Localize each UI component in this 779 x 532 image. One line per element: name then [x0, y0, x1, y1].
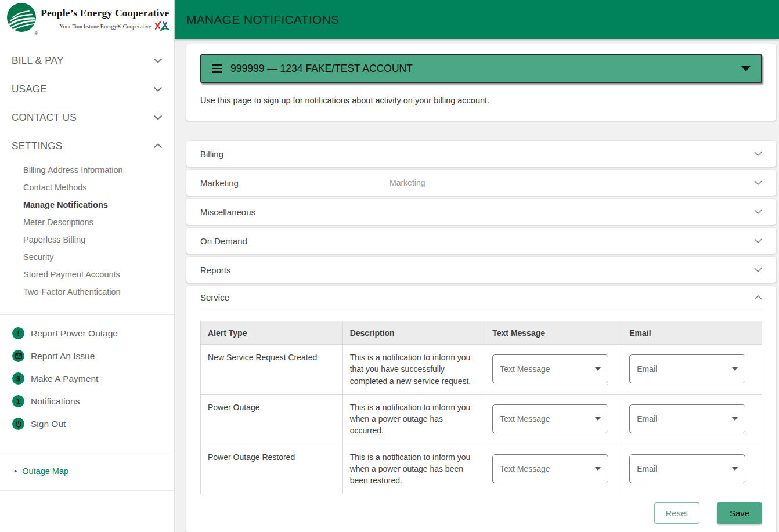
dropdown-arrow-icon — [732, 417, 738, 421]
section-label: Service — [200, 292, 229, 302]
table-row: Power Outage This is a notification to i… — [201, 394, 762, 444]
select-value: Text Message — [500, 463, 550, 475]
dropdown-arrow-icon — [732, 367, 738, 371]
select-value: Email — [637, 463, 657, 475]
chevron-up-icon — [153, 143, 163, 149]
email-select[interactable]: Email — [629, 354, 745, 383]
svg-text:®: ® — [35, 31, 38, 35]
table-row: Power Outage Restored This is a notifica… — [201, 444, 762, 494]
section-service-panel: Service Alert Type Description Text Mess… — [186, 286, 776, 532]
chevron-down-icon — [754, 209, 762, 214]
action-label: Report Power Outage — [31, 328, 118, 339]
chevron-down-icon — [754, 267, 762, 272]
description-cell: This is a notification to inform you whe… — [342, 444, 485, 494]
brand-text: People’s Energy Cooperative Your Touchst… — [41, 7, 169, 33]
action-label: Report An Issue — [31, 351, 95, 361]
notification-sections: Billing Marketing Marketing Miscellaneou… — [186, 141, 776, 283]
text-message-cell: Text Message — [485, 345, 622, 395]
notifications-button[interactable]: 1 Notifications — [0, 390, 174, 412]
reset-button[interactable]: Reset — [654, 502, 699, 524]
sidebar-item-security[interactable]: Security — [0, 248, 174, 266]
section-billing[interactable]: Billing — [186, 141, 776, 167]
sidebar-item-usage[interactable]: USAGE — [0, 75, 174, 103]
page-title: MANAGE NOTIFICATIONS — [186, 13, 339, 27]
account-card: 999999 — 1234 FAKE/TEST ACCOUNT Use this… — [186, 44, 776, 121]
account-selector[interactable]: 999999 — 1234 FAKE/TEST ACCOUNT — [200, 54, 762, 83]
sidebar-item-paperless-billing[interactable]: Paperless Billing — [0, 231, 174, 248]
sidebar-item-label: BILL & PAY — [12, 55, 64, 67]
outage-map-link[interactable]: • Outage Map — [0, 466, 174, 476]
envelope-icon — [12, 350, 24, 362]
text-message-cell: Text Message — [485, 394, 622, 444]
text-message-select[interactable]: Text Message — [492, 454, 608, 483]
chevron-down-icon — [153, 58, 163, 63]
sidebar-item-contact-us[interactable]: CONTACT US — [0, 103, 174, 132]
chevron-down-icon — [754, 180, 762, 185]
dropdown-arrow-icon — [595, 367, 601, 371]
brand-logo[interactable]: ® People’s Energy Cooperative Your Touch… — [0, 0, 174, 39]
sidebar-actions: ! Report Power Outage Report An Issue $ … — [0, 315, 174, 435]
email-cell: Email — [622, 444, 762, 494]
link-label: Outage Map — [22, 466, 68, 476]
section-on-demand[interactable]: On Demand — [186, 228, 776, 254]
email-select[interactable]: Email — [629, 404, 745, 433]
report-power-outage-button[interactable]: ! Report Power Outage — [0, 322, 174, 345]
main-area: MANAGE NOTIFICATIONS 999999 — 1234 FAKE/… — [175, 0, 779, 532]
sign-out-button[interactable]: Sign Out — [0, 412, 174, 435]
section-label: Marketing — [200, 178, 239, 188]
chevron-down-icon — [754, 151, 762, 156]
text-message-select[interactable]: Text Message — [492, 404, 608, 433]
alert-type-cell: New Service Request Created — [201, 345, 343, 395]
sidebar-item-two-factor-authentication[interactable]: Two-Factor Authentication — [0, 283, 174, 301]
account-selector-label: 999999 — 1234 FAKE/TEST ACCOUNT — [230, 63, 413, 75]
sidebar-item-stored-payment-accounts[interactable]: Stored Payment Accounts — [0, 266, 174, 283]
section-miscellaneous[interactable]: Miscellaneous — [186, 199, 776, 225]
dollar-icon: $ — [12, 372, 24, 385]
hamburger-icon — [212, 64, 222, 72]
section-service-header[interactable]: Service — [200, 286, 762, 309]
sidebar-nav: BILL & PAY USAGE CONTACT US SETTINGS Bil… — [0, 39, 174, 301]
table-row: New Service Request Created This is a no… — [201, 345, 762, 395]
sidebar-item-meter-descriptions[interactable]: Meter Descriptions — [0, 213, 174, 231]
chevron-down-icon — [153, 115, 163, 120]
bullet-icon: • — [14, 466, 17, 476]
sidebar-item-settings[interactable]: SETTINGS — [0, 132, 174, 160]
make-a-payment-button[interactable]: $ Make A Payment — [0, 367, 174, 390]
notification-count-badge: 1 — [12, 395, 24, 407]
action-label: Sign Out — [31, 419, 66, 429]
email-cell: Email — [622, 394, 762, 444]
text-message-select[interactable]: Text Message — [492, 354, 608, 383]
email-select[interactable]: Email — [629, 454, 745, 483]
exclamation-icon: ! — [12, 327, 24, 339]
settings-subnav: Billing Address Information Contact Meth… — [0, 160, 174, 301]
select-value: Email — [637, 363, 657, 375]
page-content: 999999 — 1234 FAKE/TEST ACCOUNT Use this… — [175, 39, 779, 532]
select-value: Text Message — [500, 363, 550, 375]
touchstone-green-circle-logo-icon: ® — [6, 1, 38, 38]
sidebar-item-label: SETTINGS — [12, 140, 62, 152]
action-label: Make A Payment — [31, 374, 98, 384]
email-cell: Email — [622, 345, 762, 395]
sidebar-item-bill-and-pay[interactable]: BILL & PAY — [0, 46, 174, 75]
sidebar-divider — [0, 490, 174, 491]
select-value: Email — [637, 413, 657, 425]
app-root: ® People’s Energy Cooperative Your Touch… — [0, 0, 779, 532]
description-cell: This is a notification to inform you whe… — [342, 394, 485, 444]
sidebar-item-contact-methods[interactable]: Contact Methods — [0, 179, 174, 196]
dropdown-arrow-icon — [595, 417, 601, 421]
touchstone-figures-icon — [154, 20, 169, 33]
sidebar-item-manage-notifications[interactable]: Manage Notifications — [0, 196, 174, 213]
column-header-description: Description — [342, 321, 485, 345]
column-header-email: Email — [622, 321, 762, 345]
table-header-row: Alert Type Description Text Message Emai… — [201, 321, 762, 345]
report-an-issue-button[interactable]: Report An Issue — [0, 345, 174, 367]
form-actions: Reset Save — [200, 502, 762, 524]
dropdown-arrow-icon — [732, 467, 738, 471]
section-reports[interactable]: Reports — [186, 257, 776, 283]
save-button[interactable]: Save — [717, 502, 762, 524]
sidebar-item-billing-address-information[interactable]: Billing Address Information — [0, 161, 174, 179]
sidebar-item-label: USAGE — [12, 84, 47, 95]
page-header: MANAGE NOTIFICATIONS — [175, 0, 779, 39]
column-header-alert-type: Alert Type — [201, 321, 343, 345]
section-marketing[interactable]: Marketing Marketing — [186, 170, 776, 196]
